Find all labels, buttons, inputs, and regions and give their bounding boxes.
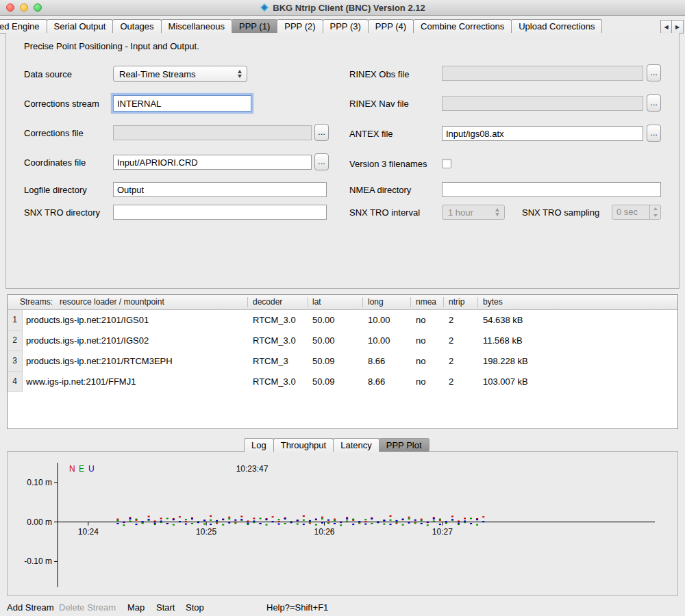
plot-x-tick-label: 10:25 — [196, 527, 216, 537]
tab-upload-corrections[interactable]: Upload Corrections — [511, 19, 602, 33]
corrections-stream-input[interactable] — [113, 95, 251, 112]
snx-tro-interval-value: 1 hour — [443, 207, 492, 218]
ppp-point-E — [327, 522, 329, 524]
header-nmea[interactable]: nmea — [416, 295, 436, 309]
tab-feed-engine[interactable]: ed Engine — [0, 19, 47, 33]
ppp-point-U — [396, 520, 398, 522]
tab-serial-output[interactable]: Serial Output — [47, 19, 114, 33]
header-decoder[interactable]: decoder — [253, 295, 282, 309]
ppp-point-U — [303, 524, 305, 525]
ppp-plot-panel: 0.10 m0.00 m-0.10 m10:2410:2510:2610:27N… — [7, 451, 678, 596]
antex-file-input[interactable] — [442, 126, 643, 141]
ppp-point-U — [352, 524, 354, 525]
table-row[interactable]: products.igs-ip.net:2101/IGS02 RTCM_3.0 … — [8, 331, 677, 351]
ppp-point-E — [260, 518, 262, 519]
ppp-point-U — [383, 519, 385, 521]
plot-legend-U: U — [88, 464, 95, 474]
header-ntrip[interactable]: ntrip — [449, 295, 464, 309]
ppp-point-U — [272, 521, 274, 522]
header-long[interactable]: long — [368, 295, 384, 309]
ppp-point-E — [340, 524, 342, 526]
table-row[interactable]: www.igs-ip.net:2101/FFMJ1 RTCM_3.0 50.09… — [8, 372, 677, 392]
ppp-point-E — [191, 523, 193, 524]
header-lat[interactable]: lat — [312, 295, 321, 309]
ppp-point-E — [173, 524, 175, 526]
title-bar[interactable]: BKG Ntrip Client (BNC) Version 2.12 — [0, 0, 685, 16]
nmea-directory-input[interactable] — [442, 182, 661, 197]
ppp-point-N — [464, 518, 466, 519]
ppp-point-U — [451, 519, 453, 520]
ppp-point-E — [297, 524, 299, 525]
table-row[interactable]: products.igs-ip.net:2101/RTCM3EPH RTCM_3… — [8, 351, 677, 372]
tab-outages[interactable]: Outages — [112, 19, 161, 33]
tab-throughput[interactable]: Throughput — [273, 438, 334, 452]
tab-scroll-right-icon[interactable]: ▶ — [672, 20, 684, 34]
cell-ntrip: 2 — [449, 331, 453, 351]
version3-filenames-checkbox[interactable] — [442, 159, 451, 168]
ppp-point-E — [136, 519, 138, 520]
ppp-point-N — [278, 521, 280, 522]
ppp-point-E — [414, 522, 416, 524]
rinex-obs-browse-button[interactable]: ... — [647, 64, 661, 81]
corrections-stream-label: Corrections stream — [24, 99, 99, 109]
logfile-directory-input[interactable] — [113, 182, 327, 197]
start-button[interactable]: Start — [156, 602, 175, 613]
cell-long: 8.66 — [368, 351, 385, 372]
combo-arrows-icon — [492, 208, 504, 216]
tab-ppp-plot[interactable]: PPP Plot — [379, 438, 429, 452]
cell-decoder: RTCM_3.0 — [253, 310, 296, 331]
ppp-plot: 0.10 m0.00 m-0.10 m10:2410:2510:2610:27N… — [8, 452, 677, 595]
rinex-nav-browse-button[interactable]: ... — [647, 94, 661, 112]
add-stream-button[interactable]: Add Stream — [7, 602, 54, 613]
table-row[interactable]: products.igs-ip.net:2101/IGS01 RTCM_3.0 … — [8, 310, 677, 331]
bnc-window: BKG Ntrip Client (BNC) Version 2.12 ed E… — [0, 0, 685, 616]
tab-scroll-left-icon[interactable]: ◀ — [660, 20, 672, 34]
ppp-point-U — [228, 522, 230, 524]
tab-log[interactable]: Log — [244, 438, 274, 452]
corrections-file-browse-button[interactable]: ... — [314, 124, 329, 141]
antex-file-browse-button[interactable]: ... — [647, 125, 661, 142]
ppp-point-E — [358, 522, 360, 524]
ppp-point-N — [185, 521, 187, 522]
ppp-point-U — [173, 519, 175, 520]
combo-arrows-icon — [234, 70, 247, 78]
header-separator — [477, 297, 478, 307]
stop-button[interactable]: Stop — [186, 602, 204, 613]
tab-combine-corrections[interactable]: Combine Corrections — [413, 19, 512, 33]
ppp-point-E — [346, 521, 348, 522]
tab-miscellaneous[interactable]: Miscellaneous — [161, 19, 232, 33]
map-button[interactable]: Map — [127, 602, 145, 613]
cell-mountpoint: www.igs-ip.net:2101/FFMJ1 — [26, 372, 136, 392]
tab-ppp-2[interactable]: PPP (2) — [277, 19, 323, 33]
coordinates-file-browse-button[interactable]: ... — [314, 153, 329, 170]
ppp-point-N — [364, 521, 366, 522]
data-source-select[interactable]: Real-Time Streams — [113, 66, 247, 82]
ppp-point-E — [402, 524, 404, 526]
ppp-point-U — [377, 522, 379, 523]
rinex-nav-input — [442, 96, 643, 111]
ppp-point-U — [123, 522, 125, 523]
data-source-label: Data source — [24, 69, 72, 79]
ppp-point-N — [116, 519, 119, 520]
ppp-point-E — [129, 521, 132, 522]
data-source-value: Real-Time Streams — [114, 69, 234, 79]
ppp-point-E — [421, 519, 423, 521]
tab-ppp-4[interactable]: PPP (4) — [368, 19, 414, 33]
cell-lat: 50.09 — [312, 351, 335, 372]
tab-ppp-1[interactable]: PPP (1) — [232, 19, 277, 33]
ppp-point-U — [116, 523, 119, 524]
coordinates-file-input[interactable] — [113, 155, 312, 170]
antex-file-label: ANTEX file — [349, 129, 393, 139]
tab-latency[interactable]: Latency — [333, 438, 379, 452]
coordinates-file-label: Coordinates file — [24, 157, 86, 168]
header-mountpoint[interactable]: Streams: resource loader / mountpoint — [20, 295, 164, 309]
rinex-obs-label: RINEX Obs file — [349, 69, 409, 79]
ppp-point-E — [433, 521, 435, 522]
ppp-point-U — [297, 519, 299, 521]
tab-ppp-3[interactable]: PPP (3) — [323, 19, 369, 33]
ppp-point-E — [396, 522, 398, 523]
header-bytes[interactable]: bytes — [483, 295, 503, 309]
snx-tro-interval-select: 1 hour — [442, 205, 505, 220]
ppp-point-U — [142, 521, 144, 522]
snx-tro-directory-input[interactable] — [113, 205, 327, 220]
